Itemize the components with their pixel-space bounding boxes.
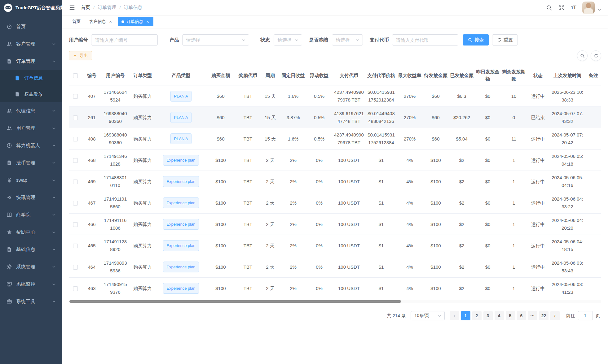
chevron-down-icon xyxy=(52,109,56,113)
sidebar-item-system-mgmt[interactable]: 系统管理 xyxy=(0,258,62,275)
cell-user_id: 16938804090360 xyxy=(102,107,129,128)
pay-token-input[interactable] xyxy=(392,34,458,46)
table-search-icon-button[interactable] xyxy=(577,50,588,61)
cell-max_rate: 270% xyxy=(397,85,423,107)
sidebar-item-label: 代理信息 xyxy=(16,108,52,114)
breadcrumb-item[interactable]: 首页 xyxy=(81,5,90,11)
cell-period: 2 天 xyxy=(260,235,280,256)
search-icon[interactable] xyxy=(546,5,552,11)
sidebar-item-fiat-mgmt[interactable]: 法币管理 xyxy=(0,154,62,171)
page-button-6[interactable]: 6 xyxy=(517,311,526,320)
page-button-5[interactable]: 5 xyxy=(506,311,515,320)
cell-pending_amount: $100 xyxy=(423,171,449,192)
frozen-select[interactable]: 请选择 xyxy=(332,34,363,46)
chevron-down-icon xyxy=(295,38,299,42)
cell-amount: $60 xyxy=(206,85,236,107)
sidebar-item-basic-info[interactable]: 基础信息 xyxy=(0,241,62,258)
cell-remark xyxy=(586,171,601,192)
column-header-status: 状态 xyxy=(527,65,549,85)
cell-pending_amount: $100 xyxy=(423,214,449,235)
user-id-input[interactable] xyxy=(91,34,158,46)
column-header-id: 编号 xyxy=(82,65,102,85)
row-checkbox[interactable] xyxy=(73,180,78,184)
font-size-icon[interactable]: тT xyxy=(571,5,576,11)
fullscreen-icon[interactable] xyxy=(558,5,565,11)
sidebar-item-rights-release[interactable]: 权益发放 xyxy=(0,86,62,102)
page-button-4[interactable]: 4 xyxy=(495,311,504,320)
sidebar-item-order-info[interactable]: 订单信息 xyxy=(0,70,62,86)
cell-pay_price: $1 xyxy=(366,278,397,299)
goto-page-input[interactable] xyxy=(578,311,593,320)
avatar-caret-down-icon[interactable] xyxy=(598,8,601,11)
cell-reward_token: TBT xyxy=(236,107,260,128)
cell-select xyxy=(69,85,82,107)
tab-customer-info[interactable]: 客户信息× xyxy=(86,17,116,26)
horizontal-scrollbar-track[interactable] xyxy=(69,300,601,303)
row-checkbox[interactable] xyxy=(73,265,78,270)
table-row-order-466: 4661714911161086购买算力Experience plan$100T… xyxy=(69,214,601,235)
cell-order_type: 购买算力 xyxy=(129,192,156,214)
sidebar-item-hashrate-robot[interactable]: 算力机器人 xyxy=(0,137,62,154)
tab-order-info[interactable]: 订单信息× xyxy=(118,17,153,26)
breadcrumb-item[interactable]: 订单管理 xyxy=(98,5,116,11)
sidebar-item-news-mgmt[interactable]: 快讯管理 xyxy=(0,189,62,206)
product-type-badge: Experience plan xyxy=(163,240,199,251)
sidebar-item-user-mgmt[interactable]: 用户管理 xyxy=(0,119,62,137)
table-refresh-icon-button[interactable] xyxy=(591,50,601,61)
sidebar-item-order-mgmt[interactable]: 订单管理 xyxy=(0,53,62,70)
sidebar-item-system-monitor[interactable]: 系统监控 xyxy=(0,275,62,293)
sidebar-item-customer-mgmt[interactable]: 客户管理 xyxy=(0,35,62,53)
row-checkbox[interactable] xyxy=(73,201,78,206)
pager-ellipsis[interactable]: ··· xyxy=(528,311,537,320)
sidebar-item-label: swap xyxy=(16,177,52,183)
sidebar-item-home[interactable]: 首页 xyxy=(0,18,62,35)
cell-status: 运行中 xyxy=(527,235,549,256)
active-tab-dot xyxy=(121,20,124,23)
select-all-checkbox[interactable] xyxy=(73,73,78,78)
cell-pending_amount: $60 xyxy=(423,128,449,150)
cell-status: 运行中 xyxy=(527,214,549,235)
tab-home[interactable]: 首页 xyxy=(69,17,84,26)
page-size-select[interactable]: 10条/页 xyxy=(411,311,445,320)
cell-yesterday_amount: $0 xyxy=(475,214,501,235)
row-checkbox[interactable] xyxy=(73,94,78,99)
search-button[interactable]: 搜索 xyxy=(463,34,489,46)
horizontal-scrollbar-thumb[interactable] xyxy=(69,300,401,303)
cell-id: 469 xyxy=(82,171,102,192)
page-button-3[interactable]: 3 xyxy=(483,311,493,320)
export-button[interactable]: 导出 xyxy=(69,51,92,60)
cell-yesterday_amount: $0 xyxy=(475,256,501,278)
page-button-1[interactable]: 1 xyxy=(461,311,470,320)
reset-button[interactable]: 重置 xyxy=(492,34,518,46)
row-checkbox[interactable] xyxy=(73,158,78,163)
user-avatar[interactable] xyxy=(582,2,595,14)
row-checkbox[interactable] xyxy=(73,222,78,227)
cell-last_release_time: 2024-05-06 04:18:15 xyxy=(549,235,586,256)
sidebar-item-label: 商学院 xyxy=(16,212,52,218)
row-checkbox[interactable] xyxy=(73,286,78,291)
cell-order_type: 购买算力 xyxy=(129,150,156,171)
tab-close-icon[interactable]: × xyxy=(108,19,113,24)
sidebar-item-swap[interactable]: swap xyxy=(0,171,62,189)
chevron-down-icon xyxy=(242,38,246,42)
status-select[interactable]: 请选择 xyxy=(274,34,302,46)
cell-remark xyxy=(586,128,601,150)
product-select[interactable]: 请选择 xyxy=(182,34,249,46)
sidebar-item-system-tools[interactable]: 系统工具 xyxy=(0,293,62,310)
row-checkbox[interactable] xyxy=(73,137,78,141)
cell-fixed_rate: 2% xyxy=(280,150,306,171)
prev-page-button[interactable]: ‹ xyxy=(450,311,459,320)
sidebar-collapse-icon[interactable] xyxy=(69,4,75,11)
row-checkbox[interactable] xyxy=(73,244,78,248)
sidebar-item-business-school[interactable]: 商学院 xyxy=(0,206,62,223)
cell-period: 15 天 xyxy=(260,107,280,128)
cell-remaining_periods: 1 xyxy=(501,278,527,299)
cell-last_release_time: 2024-05-06 04:20:20 xyxy=(549,214,586,235)
row-checkbox[interactable] xyxy=(73,115,78,120)
sidebar-item-agent-info[interactable]: 代理信息 xyxy=(0,102,62,119)
page-button-22[interactable]: 22 xyxy=(539,311,549,320)
next-page-button[interactable]: › xyxy=(550,311,560,320)
page-button-2[interactable]: 2 xyxy=(472,311,482,320)
tab-close-icon[interactable]: × xyxy=(145,19,150,24)
sidebar-item-help-center[interactable]: 帮助中心 xyxy=(0,223,62,241)
